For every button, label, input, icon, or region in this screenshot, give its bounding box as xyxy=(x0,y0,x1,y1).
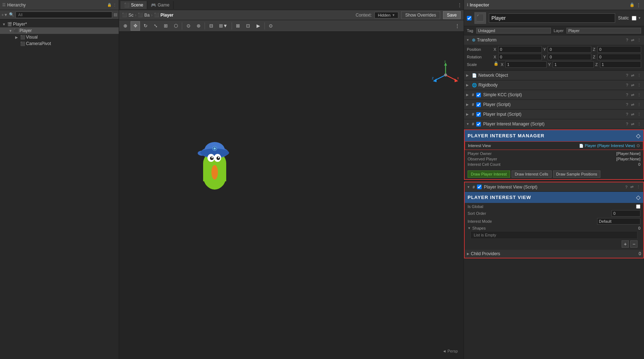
object-name-input[interactable] xyxy=(489,13,615,23)
rot-z-input[interactable] xyxy=(597,54,641,60)
sort-order-input[interactable] xyxy=(612,210,640,217)
tool-universal[interactable]: ⬡ xyxy=(171,21,180,31)
player-input-header[interactable]: ▶ # Player Input (Script) ? ⇌ ⋮ xyxy=(464,110,644,119)
piv-help[interactable]: ? xyxy=(625,185,628,189)
player-input-more[interactable]: ⋮ xyxy=(636,112,642,117)
scale-lock-icon[interactable]: 🔒 xyxy=(494,61,499,68)
tool-hand[interactable]: ⊕ xyxy=(121,21,130,31)
pim-help[interactable]: ? xyxy=(625,122,629,126)
tab-game[interactable]: 🎮 Game xyxy=(147,1,174,9)
iv-target-icon[interactable]: ⊙ xyxy=(636,143,640,148)
piv-more[interactable]: ⋮ xyxy=(636,185,641,189)
transform-help[interactable]: ? xyxy=(625,38,629,42)
pos-y-input[interactable] xyxy=(548,46,591,53)
tab-more-icon[interactable]: ⋮ xyxy=(457,2,462,8)
add-shape-button[interactable]: + xyxy=(622,240,629,248)
static-checkbox[interactable] xyxy=(632,16,636,21)
piv-settings[interactable]: ⇌ xyxy=(630,185,634,189)
player-script-settings[interactable]: ⇌ xyxy=(630,102,635,107)
tool-grid[interactable]: ⊞▼ xyxy=(216,21,230,31)
search-options-icon[interactable]: ▤ xyxy=(114,12,117,17)
hierarchy-item-player[interactable]: ▼ ⬛ Player xyxy=(0,27,119,34)
network-object-settings[interactable]: ⇌ xyxy=(630,73,635,78)
tool-custom2[interactable]: ⊡ xyxy=(244,21,253,31)
tool-custom1[interactable]: ⊠ xyxy=(233,21,243,31)
pim-toggle[interactable] xyxy=(476,122,481,127)
iv-link[interactable]: Player (Player Interest View) xyxy=(585,143,635,148)
pim-settings[interactable]: ⇌ xyxy=(630,122,635,127)
network-object-more[interactable]: ⋮ xyxy=(636,73,642,78)
child-providers-row[interactable]: ▶ Child Providers 0 xyxy=(465,250,643,258)
hierarchy-lock-icon[interactable]: 🔒 xyxy=(107,3,111,7)
transform-more[interactable]: ⋮ xyxy=(636,38,642,43)
simple-kcc-help[interactable]: ? xyxy=(625,93,629,97)
static-dropdown-arrow[interactable]: ▼ xyxy=(638,16,641,20)
tool-play-view[interactable]: ▶ xyxy=(254,21,263,31)
player-input-help[interactable]: ? xyxy=(625,112,629,116)
inspector-more-icon[interactable]: ⋮ xyxy=(636,2,641,8)
tool-layers[interactable]: ⊙ xyxy=(266,21,276,31)
tool-scale[interactable]: ⤡ xyxy=(151,21,160,31)
transform-settings[interactable]: ⇌ xyxy=(630,38,635,43)
tag-dropdown[interactable]: Untagged xyxy=(476,28,551,34)
pos-z-input[interactable] xyxy=(597,46,641,53)
inspector-lock-icon[interactable]: 🔒 xyxy=(630,3,635,7)
tool-snap[interactable]: ⊟ xyxy=(206,21,216,31)
scale-x-input[interactable] xyxy=(505,61,547,68)
hierarchy-more-icon[interactable]: ⋮ xyxy=(113,3,117,7)
breadcrumb-sc[interactable]: Sc xyxy=(128,13,133,18)
hierarchy-item-scene[interactable]: ▼ 🎬 Player* xyxy=(0,21,119,27)
hierarchy-item-visual[interactable]: ▶ ⬛ Visual xyxy=(0,34,119,40)
context-dropdown[interactable]: Hidden ▼ xyxy=(374,12,398,18)
rigidbody-settings[interactable]: ⇌ xyxy=(630,83,635,88)
save-button[interactable]: Save xyxy=(443,11,461,19)
simple-kcc-toggle[interactable] xyxy=(476,93,481,97)
player-input-toggle[interactable] xyxy=(476,112,481,117)
tab-scene[interactable]: ⬛ Scene xyxy=(121,1,147,9)
draw-player-interest-button[interactable]: Draw Player Interest xyxy=(468,170,510,178)
visual-arrow[interactable]: ▶ xyxy=(15,35,19,39)
active-toggle[interactable] xyxy=(467,16,472,21)
tool-pivot[interactable]: ⊙ xyxy=(184,21,193,31)
scene-collapse-arrow[interactable]: ▼ xyxy=(2,22,6,26)
pim-more[interactable]: ⋮ xyxy=(636,122,642,127)
breadcrumb-player[interactable]: Player xyxy=(161,13,174,18)
shapes-row[interactable]: ▼ Shapes 0 xyxy=(468,226,640,230)
draw-interest-cells-button[interactable]: Draw Interest Cells xyxy=(512,170,552,178)
hierarchy-item-camerapivot[interactable]: ▶ ⬛ CameraPivot xyxy=(0,40,119,47)
add-icon[interactable]: +▼ xyxy=(1,13,8,17)
scene-canvas[interactable]: x y z ◄ Persp xyxy=(119,32,464,359)
rigidbody-help[interactable]: ? xyxy=(625,83,629,87)
tool-more[interactable]: ⋮ xyxy=(452,21,462,31)
simple-kcc-more[interactable]: ⋮ xyxy=(636,93,642,97)
player-script-toggle[interactable] xyxy=(476,102,481,107)
pim-comp-header[interactable]: ▼ # Player Interest Manager (Script) ? ⇌… xyxy=(464,119,644,129)
tool-global[interactable]: ⊛ xyxy=(194,21,203,31)
breadcrumb-ba[interactable]: Ba xyxy=(144,13,150,18)
scale-z-input[interactable] xyxy=(600,61,641,68)
scale-y-input[interactable] xyxy=(553,61,594,68)
rot-x-input[interactable] xyxy=(498,54,542,60)
search-input[interactable] xyxy=(16,12,112,18)
is-global-checkbox[interactable] xyxy=(636,204,640,209)
show-overrides-button[interactable]: Show Overrides xyxy=(401,11,440,19)
draw-sample-positions-button[interactable]: Draw Sample Positions xyxy=(553,170,601,178)
remove-shape-button[interactable]: − xyxy=(630,240,638,248)
network-object-help[interactable]: ? xyxy=(625,73,629,77)
network-object-header[interactable]: ▶ 📄 Network Object ? ⇌ ⋮ xyxy=(464,71,644,80)
player-script-help[interactable]: ? xyxy=(625,102,629,107)
piv-toggle[interactable] xyxy=(477,185,482,189)
tool-rect[interactable]: ⊞ xyxy=(161,21,170,31)
tool-move[interactable]: ✥ xyxy=(131,21,140,31)
player-script-more[interactable]: ⋮ xyxy=(636,102,642,107)
player-script-header[interactable]: ▶ # Player (Script) ? ⇌ ⋮ xyxy=(464,100,644,109)
simple-kcc-settings[interactable]: ⇌ xyxy=(630,93,635,97)
pos-x-input[interactable] xyxy=(498,46,542,53)
player-collapse-arrow[interactable]: ▼ xyxy=(9,29,13,33)
rigidbody-more[interactable]: ⋮ xyxy=(636,83,642,88)
rigidbody-header[interactable]: ▶ 🌐 Rigidbody ? ⇌ ⋮ xyxy=(464,80,644,90)
rot-y-input[interactable] xyxy=(548,54,591,60)
transform-header[interactable]: ▼ ⊕ Transform ? ⇌ ⋮ xyxy=(464,35,644,45)
simple-kcc-header[interactable]: ▶ # Simple KCC (Script) ? ⇌ ⋮ xyxy=(464,90,644,99)
piv-comp-header[interactable]: ▼ # Player Interest View (Script) ? ⇌ ⋮ xyxy=(465,182,643,192)
